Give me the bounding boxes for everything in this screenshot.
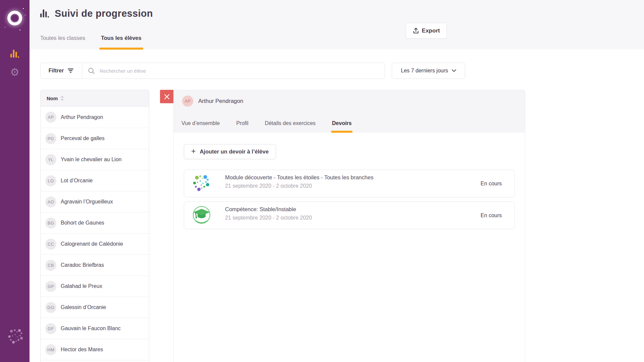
avatar: AP <box>182 96 193 107</box>
filter-button[interactable]: Filtrer <box>41 63 82 78</box>
tab-label: Détails des exercices <box>265 120 316 126</box>
column-header-name[interactable]: Nom <box>41 90 149 107</box>
gear-icon: ⚙ <box>10 66 19 78</box>
page-title-group: Suivi de progression <box>40 8 153 19</box>
panel-tabs: Vue d’ensemble Profil Détails des exerci… <box>181 120 368 133</box>
filter-search-bar: Filtrer <box>40 63 385 79</box>
plus-icon: + <box>191 147 196 155</box>
filter-lines-icon <box>67 68 74 73</box>
tab-tous-les-eleves[interactable]: Tous les élèves <box>101 35 142 50</box>
search-icon <box>88 67 95 74</box>
student-name: Galessin d’Orcanie <box>61 304 106 310</box>
tab-label: Profil <box>236 120 248 126</box>
tab-label: Devoirs <box>332 120 352 126</box>
export-upload-icon <box>413 27 419 34</box>
student-name: Yvain le chevalier au Lion <box>61 157 121 163</box>
student-name: Agravain l’Orgueilleux <box>61 199 113 205</box>
add-assignment-label: Ajouter un devoir à l’élève <box>200 148 268 155</box>
avatar: GF <box>45 323 56 334</box>
student-detail-panel: AP Arthur Pendragon Vue d’ensemble Profi… <box>173 90 525 362</box>
student-name: Calogrenant de Calédonie <box>61 241 123 247</box>
export-button-label: Export <box>422 27 440 34</box>
page-header: Suivi de progression Toutes les classes … <box>30 0 644 49</box>
column-header-label: Nom <box>47 96 58 101</box>
bar-chart-icon <box>10 49 19 59</box>
tab-toutes-les-classes[interactable]: Toutes les classes <box>40 35 85 50</box>
main-tabs: Toutes les classes Tous les élèves <box>40 35 142 50</box>
student-name: Bohort de Gaunes <box>61 220 104 226</box>
tab-devoirs[interactable]: Devoirs <box>332 120 352 133</box>
avatar: CC <box>45 239 56 250</box>
graduation-cap-icon <box>191 205 212 226</box>
table-row[interactable]: GP Galahad le Preux <box>41 276 149 297</box>
avatar: BG <box>45 218 56 229</box>
avatar: LO <box>45 175 56 186</box>
assignment-text: Module découverte - Toutes les étoiles -… <box>225 174 373 189</box>
status-badge: En cours <box>481 213 502 219</box>
table-row[interactable]: HM Hector des Mares <box>41 339 149 360</box>
app-logo[interactable] <box>7 11 22 25</box>
avatar: GO <box>45 302 56 313</box>
filter-button-label: Filtrer <box>49 68 64 74</box>
tab-vue-densemble[interactable]: Vue d’ensemble <box>181 120 220 133</box>
sidebar-item-progress[interactable] <box>10 49 19 60</box>
assignment-dates: 21 septembre 2020 - 2 octobre 2020 <box>225 215 312 221</box>
close-icon <box>164 94 170 100</box>
tab-label: Tous les élèves <box>101 35 142 41</box>
tab-profil[interactable]: Profil <box>236 120 248 133</box>
avatar: CB <box>45 260 56 271</box>
table-row[interactable]: GF Gauvain le Faucon Blanc <box>41 318 149 339</box>
table-row[interactable]: LO Lot d’Orcanie <box>41 170 149 191</box>
logo-sparkle <box>23 8 24 9</box>
avatar: GP <box>45 281 56 292</box>
bar-chart-icon <box>40 9 49 19</box>
table-row[interactable]: AO Agravain l’Orgueilleux <box>41 191 149 212</box>
assignment-card[interactable]: Module découverte - Toutes les étoiles -… <box>184 170 515 197</box>
sort-icon <box>61 96 64 101</box>
tab-label: Vue d’ensemble <box>181 120 220 126</box>
logo-sparkle <box>19 29 20 31</box>
student-name: Perceval de galles <box>61 135 105 141</box>
student-name: Caradoc Briefbras <box>61 262 104 268</box>
assignment-text: Compétence: Stable/Instable 21 septembre… <box>225 206 312 221</box>
avatar: HM <box>45 344 56 355</box>
student-name: Hector des Mares <box>61 347 103 353</box>
assignment-card[interactable]: Compétence: Stable/Instable 21 septembre… <box>184 201 515 229</box>
app-screen: ⚙ Suivi <box>0 0 644 362</box>
date-range-select[interactable]: Les 7 derniers jours <box>392 63 465 79</box>
add-assignment-button[interactable]: + Ajouter un devoir à l’élève <box>184 144 276 159</box>
table-row[interactable] <box>41 360 149 362</box>
assignment-dates: 21 septembre 2020 - 2 octobre 2020 <box>225 183 373 189</box>
avatar: YL <box>45 154 56 165</box>
student-name: Lot d’Orcanie <box>61 178 93 184</box>
student-name: Gauvain le Faucon Blanc <box>61 325 121 331</box>
student-name: Galahad le Preux <box>61 283 102 289</box>
tab-label: Toutes les classes <box>40 35 85 41</box>
table-row[interactable]: PG Perceval de galles <box>41 128 149 149</box>
search-input[interactable] <box>99 68 379 74</box>
active-tab-underline <box>99 48 143 50</box>
chevron-down-icon <box>452 69 456 72</box>
date-range-label: Les 7 derniers jours <box>401 68 448 74</box>
panel-student-name: Arthur Pendragon <box>198 98 243 105</box>
avatar: AP <box>45 112 56 123</box>
panel-header: AP Arthur Pendragon Vue d’ensemble Profi… <box>174 90 525 133</box>
sidebar-item-settings[interactable]: ⚙ <box>0 67 30 77</box>
student-list: Nom AP Arthur Pendragon PG Perceval de g… <box>40 90 149 362</box>
assignment-title: Compétence: Stable/Instable <box>225 206 312 213</box>
table-row[interactable]: GO Galessin d’Orcanie <box>41 297 149 318</box>
table-row[interactable]: AP Arthur Pendragon <box>41 107 149 128</box>
student-name: Arthur Pendragon <box>61 114 103 120</box>
loading-spinner-icon <box>6 327 23 345</box>
page-title: Suivi de progression <box>55 8 153 19</box>
table-row[interactable]: BG Bohort de Gaunes <box>41 212 149 233</box>
export-button[interactable]: Export <box>406 23 447 39</box>
close-panel-button[interactable] <box>160 90 173 103</box>
logo-sparkle <box>5 27 5 27</box>
table-row[interactable]: CB Caradoc Briefbras <box>41 254 149 276</box>
avatar: AO <box>45 196 56 207</box>
avatar: PG <box>45 133 56 144</box>
table-row[interactable]: YL Yvain le chevalier au Lion <box>41 149 149 170</box>
table-row[interactable]: CC Calogrenant de Calédonie <box>41 233 149 254</box>
tab-details-des-exercices[interactable]: Détails des exercices <box>265 120 316 133</box>
